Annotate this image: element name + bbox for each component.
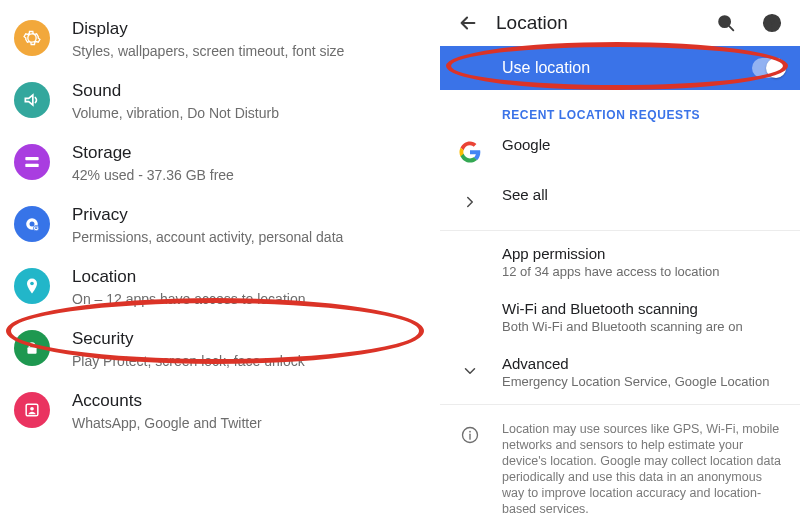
divider bbox=[440, 230, 800, 231]
settings-item-display[interactable]: Display Styles, wallpapers, screen timeo… bbox=[0, 8, 440, 70]
accounts-icon bbox=[14, 392, 50, 428]
use-location-row[interactable]: Use location bbox=[440, 46, 800, 90]
svg-point-6 bbox=[30, 282, 34, 286]
settings-item-title: Storage bbox=[72, 142, 426, 164]
settings-item-accounts[interactable]: Accounts WhatsApp, Google and Twitter bbox=[0, 380, 440, 442]
help-button[interactable] bbox=[754, 5, 790, 41]
app-permission-sub: 12 of 34 apps have access to location bbox=[502, 264, 784, 280]
svg-point-10 bbox=[719, 16, 730, 27]
recent-app-google[interactable]: Google bbox=[440, 126, 800, 176]
settings-item-sub: WhatsApp, Google and Twitter bbox=[72, 414, 426, 432]
settings-list: Display Styles, wallpapers, screen timeo… bbox=[0, 0, 440, 524]
chevron-right-icon bbox=[456, 188, 484, 216]
app-permission-title: App permission bbox=[502, 245, 784, 262]
settings-item-sub: Play Protect, screen lock, face unlock bbox=[72, 352, 426, 370]
location-pane: Location Use location RECENT LOCATION RE… bbox=[440, 0, 800, 524]
location-info-text: Location may use sources like GPS, Wi-Fi… bbox=[502, 421, 784, 517]
search-button[interactable] bbox=[708, 5, 744, 41]
back-button[interactable] bbox=[450, 5, 486, 41]
storage-icon bbox=[14, 144, 50, 180]
sound-icon bbox=[14, 82, 50, 118]
settings-item-title: Location bbox=[72, 266, 426, 288]
advanced-row[interactable]: Advanced Emergency Location Service, Goo… bbox=[440, 345, 800, 400]
display-icon bbox=[14, 20, 50, 56]
settings-item-storage[interactable]: Storage 42% used - 37.36 GB free bbox=[0, 132, 440, 194]
svg-point-3 bbox=[30, 222, 35, 227]
svg-rect-1 bbox=[25, 164, 38, 167]
security-icon bbox=[14, 330, 50, 366]
privacy-icon bbox=[14, 206, 50, 242]
settings-item-sub: Styles, wallpapers, screen timeout, font… bbox=[72, 42, 426, 60]
right-header: Location bbox=[440, 0, 800, 46]
settings-item-location[interactable]: Location On – 12 apps have access to loc… bbox=[0, 256, 440, 318]
settings-item-title: Accounts bbox=[72, 390, 426, 412]
page-title: Location bbox=[496, 12, 698, 34]
settings-item-title: Display bbox=[72, 18, 426, 40]
svg-point-12 bbox=[771, 27, 773, 29]
settings-item-sub: Volume, vibration, Do Not Disturb bbox=[72, 104, 426, 122]
settings-item-sound[interactable]: Sound Volume, vibration, Do Not Disturb bbox=[0, 70, 440, 132]
settings-item-sub: 42% used - 37.36 GB free bbox=[72, 166, 426, 184]
location-info-row: Location may use sources like GPS, Wi-Fi… bbox=[440, 409, 800, 524]
advanced-sub: Emergency Location Service, Google Locat… bbox=[502, 374, 784, 390]
settings-item-title: Privacy bbox=[72, 204, 426, 226]
svg-point-9 bbox=[30, 407, 34, 411]
info-icon bbox=[456, 421, 484, 449]
divider bbox=[440, 404, 800, 405]
settings-item-title: Security bbox=[72, 328, 426, 350]
see-all-row[interactable]: See all bbox=[440, 176, 800, 226]
settings-item-sub: On – 12 apps have access to location bbox=[72, 290, 426, 308]
svg-rect-7 bbox=[27, 347, 36, 354]
wifi-bt-scanning-sub: Both Wi-Fi and Bluetooth scanning are on bbox=[502, 319, 784, 335]
recent-app-label: Google bbox=[502, 136, 784, 153]
svg-rect-0 bbox=[25, 157, 38, 160]
app-permission-row[interactable]: App permission 12 of 34 apps have access… bbox=[440, 235, 800, 290]
google-g-icon bbox=[456, 138, 484, 166]
settings-item-privacy[interactable]: Privacy Permissions, account activity, p… bbox=[0, 194, 440, 256]
settings-item-title: Sound bbox=[72, 80, 426, 102]
wifi-bt-scanning-title: Wi-Fi and Bluetooth scanning bbox=[502, 300, 784, 317]
location-icon bbox=[14, 268, 50, 304]
use-location-toggle[interactable] bbox=[752, 58, 786, 78]
wifi-bt-scanning-row[interactable]: Wi-Fi and Bluetooth scanning Both Wi-Fi … bbox=[440, 290, 800, 345]
advanced-title: Advanced bbox=[502, 355, 784, 372]
recent-requests-header: RECENT LOCATION REQUESTS bbox=[440, 90, 800, 126]
chevron-down-icon bbox=[456, 357, 484, 385]
svg-point-14 bbox=[469, 431, 471, 433]
settings-item-security[interactable]: Security Play Protect, screen lock, face… bbox=[0, 318, 440, 380]
svg-rect-5 bbox=[35, 228, 37, 229]
use-location-label: Use location bbox=[502, 59, 590, 77]
see-all-label: See all bbox=[502, 186, 784, 203]
settings-item-sub: Permissions, account activity, personal … bbox=[72, 228, 426, 246]
